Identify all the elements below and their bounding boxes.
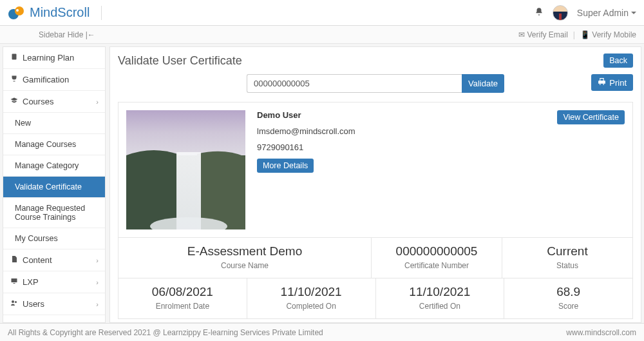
sidebar-item-courses[interactable]: Courses › (3, 91, 105, 113)
sidebar-item-lxp[interactable]: LXP › (3, 271, 105, 293)
sidebar-sub-validate-certificate[interactable]: Validate Certificate (3, 177, 105, 198)
sidebar-sub-my-courses[interactable]: My Courses (3, 228, 105, 249)
course-thumbnail (126, 110, 245, 229)
user-label: Super Admin (577, 8, 629, 18)
brand-name: MindScroll (30, 5, 90, 20)
user-menu[interactable]: Super Admin (577, 8, 636, 18)
svg-point-7 (15, 301, 17, 303)
desktop-icon (10, 277, 19, 287)
validate-button[interactable]: Validate (462, 74, 504, 93)
clipboard-icon (10, 53, 19, 63)
brand-separator (101, 6, 102, 20)
stat-completed-on: 11/10/2021 Completed On (247, 278, 376, 318)
sidebar-item-label: Gamification (23, 75, 69, 84)
chevron-down-icon (631, 12, 636, 14)
verify-email-link[interactable]: ✉ Verify Email (518, 30, 568, 39)
sidebar-hide-toggle[interactable]: Sidebar Hide |← (39, 30, 95, 39)
chevron-right-icon: › (96, 98, 99, 106)
svg-rect-5 (14, 283, 15, 284)
sidebar-item-analytics[interactable]: Analytics › (3, 315, 105, 323)
notifications-icon[interactable] (535, 7, 544, 18)
back-button[interactable]: Back (603, 54, 633, 68)
graduation-icon (10, 97, 19, 106)
main-content: Validate User Certificate Back Validate … (109, 46, 641, 323)
svg-rect-8 (126, 110, 245, 155)
sidebar-item-label: LXP (23, 277, 39, 287)
stat-certificate-number: 000000000005 Certificate Number (372, 238, 502, 278)
brand-logo-icon (8, 6, 26, 20)
sidebar-item-label: Learning Plan (23, 53, 74, 63)
stat-score: 68.9 Score (504, 278, 632, 318)
brand[interactable]: MindScroll (8, 5, 102, 20)
page-title: Validate User Certificate (118, 54, 242, 68)
topbar: MindScroll Super Admin (0, 0, 644, 26)
stat-certified-on: 11/10/2021 Certified On (376, 278, 505, 318)
envelope-icon: ✉ (518, 30, 525, 39)
print-button[interactable]: Print (591, 74, 633, 91)
stat-course-name: E-Assessment Demo Course Name (118, 238, 372, 278)
users-icon (10, 299, 19, 309)
sidebar-item-content[interactable]: Content › (3, 249, 105, 271)
chevron-right-icon: › (96, 257, 99, 264)
sidebar-item-users[interactable]: Users › (3, 293, 105, 315)
sidebar-item-gamification[interactable]: Gamification (3, 69, 105, 91)
footer: All Rights & Copyright are Reserved 2021… (0, 323, 644, 341)
svg-point-1 (15, 6, 24, 15)
sidebar-item-label: Content (23, 255, 52, 265)
avatar[interactable] (553, 5, 568, 21)
mobile-icon: 📱 (580, 30, 590, 39)
print-icon (598, 77, 606, 88)
footer-link[interactable]: www.mindscroll.com (566, 328, 636, 337)
subbar: Sidebar Hide |← ✉ Verify Email | 📱 Verif… (0, 26, 644, 44)
svg-point-6 (12, 300, 14, 303)
sidebar-item-label: Courses (23, 97, 53, 106)
sidebar-sub-new[interactable]: New (3, 113, 105, 134)
verify-mobile-link[interactable]: 📱 Verify Mobile (580, 30, 636, 39)
sidebar-sub-manage-requested[interactable]: Manage Requested Course Trainings (3, 198, 105, 228)
svg-rect-4 (12, 278, 17, 282)
sidebar-item-learning-plan[interactable]: Learning Plan (3, 47, 105, 69)
stats-panel: E-Assessment Demo Course Name 0000000000… (118, 238, 633, 319)
svg-point-2 (16, 9, 19, 12)
sidebar: Learning Plan Gamification Courses › New… (3, 46, 106, 323)
sidebar-sub-manage-category[interactable]: Manage Category (3, 155, 105, 177)
sidebar-item-label: Users (23, 299, 44, 309)
file-icon (10, 255, 19, 265)
footer-copyright: All Rights & Copyright are Reserved 2021… (8, 328, 323, 337)
svg-rect-3 (12, 54, 17, 60)
stat-status: Current Status (502, 238, 632, 278)
result-user-email: lmsdemo@mindscroll.com (257, 126, 625, 136)
certificate-number-input[interactable] (247, 74, 462, 93)
result-user-phone: 9729090161 (257, 142, 625, 152)
stat-enrolment-date: 06/08/2021 Enrolment Date (118, 278, 247, 318)
chevron-right-icon: › (96, 278, 99, 286)
sidebar-sub-manage-courses[interactable]: Manage Courses (3, 134, 105, 155)
view-certificate-button[interactable]: View Certificate (557, 110, 625, 124)
trophy-icon (10, 75, 19, 84)
more-details-button[interactable]: More Details (257, 159, 314, 173)
result-card: Demo User lmsdemo@mindscroll.com 9729090… (118, 102, 633, 238)
separator: | (573, 30, 575, 39)
chevron-right-icon: › (96, 300, 99, 308)
